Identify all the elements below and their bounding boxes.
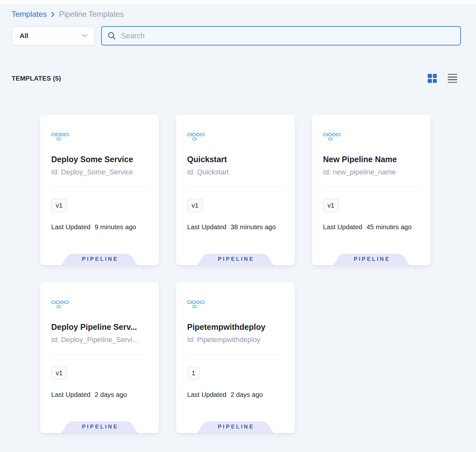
template-title: Deploy Some Service [51, 155, 148, 164]
last-updated-row: Last Updated 38 minutes ago [187, 223, 284, 231]
view-toggle [428, 74, 457, 83]
last-updated-row: Last Updated 45 minutes ago [323, 223, 420, 231]
card-divider [187, 354, 284, 355]
template-card[interactable]: Deploy Pipeline Serv... Id: Deploy_Pipel… [40, 282, 159, 433]
pipeline-type-badge: PIPELINE [176, 251, 295, 265]
card-divider [51, 354, 148, 355]
card-divider [323, 187, 420, 187]
template-card[interactable]: Quickstart Id: Quickstart v1 Last Update… [176, 115, 295, 265]
version-badge: v1 [51, 199, 67, 212]
version-badge: v1 [187, 199, 203, 212]
pipeline-badge-label: PIPELINE [312, 256, 431, 262]
pipeline-type-badge: PIPELINE [176, 418, 295, 433]
last-updated-label: Last Updated [51, 223, 90, 231]
card-divider [51, 187, 148, 187]
search-input[interactable] [121, 32, 454, 40]
last-updated-value: 2 days ago [231, 391, 263, 398]
pipeline-type-badge: PIPELINE [40, 418, 159, 433]
last-updated-value: 38 minutes ago [231, 223, 276, 231]
version-badge: 1 [187, 367, 200, 380]
templates-grid: Deploy Some Service Id: Deploy_Some_Serv… [0, 115, 476, 452]
pipeline-nodes-icon [323, 132, 431, 141]
last-updated-row: Last Updated 2 days ago [187, 391, 284, 398]
top-strip [0, 0, 476, 4]
version-badge: v1 [323, 199, 339, 212]
templates-count-heading: TEMPLATES (5) [12, 75, 61, 82]
last-updated-label: Last Updated [187, 391, 226, 398]
pipeline-type-badge: PIPELINE [40, 251, 159, 265]
pipeline-type-badge: PIPELINE [312, 251, 431, 265]
breadcrumb: Templates Pipeline Templates [12, 9, 461, 19]
template-id: Id: Pipetempwithdeploy [187, 336, 284, 344]
chevron-right-icon [51, 11, 55, 18]
breadcrumb-templates-link[interactable]: Templates [12, 10, 47, 19]
pipeline-nodes-icon [187, 299, 295, 308]
template-id: Id: new_pipeline_name [323, 168, 420, 176]
pipeline-nodes-icon [187, 132, 295, 141]
version-badge: v1 [51, 367, 67, 380]
last-updated-value: 9 minutes ago [95, 223, 136, 231]
card-divider [187, 187, 284, 187]
last-updated-value: 45 minutes ago [367, 223, 412, 231]
pipeline-badge-label: PIPELINE [176, 424, 295, 430]
last-updated-value: 2 days ago [95, 391, 127, 398]
last-updated-label: Last Updated [323, 223, 362, 231]
chevron-down-icon [82, 33, 87, 39]
grid-view-icon[interactable] [428, 74, 437, 83]
template-id: Id: Deploy_Some_Service [51, 168, 148, 176]
filter-dropdown-value: All [20, 32, 28, 40]
template-id: Id: Quickstart [187, 168, 284, 176]
toolbar: All [12, 26, 461, 45]
last-updated-row: Last Updated 9 minutes ago [51, 223, 148, 231]
pipeline-nodes-icon [51, 132, 159, 141]
template-card[interactable]: New Pipeline Name Id: new_pipeline_name … [312, 115, 431, 265]
template-card[interactable]: Deploy Some Service Id: Deploy_Some_Serv… [40, 115, 159, 265]
last-updated-row: Last Updated 2 days ago [51, 391, 148, 398]
pipeline-badge-label: PIPELINE [40, 424, 159, 430]
trapezoid-shape [62, 421, 138, 433]
breadcrumb-current-page: Pipeline Templates [59, 10, 124, 19]
trapezoid-shape [333, 254, 409, 265]
results-header: TEMPLATES (5) [12, 73, 457, 84]
pipeline-badge-label: PIPELINE [40, 256, 159, 262]
pipeline-nodes-icon [51, 299, 159, 308]
trapezoid-shape [197, 421, 273, 433]
template-title: Deploy Pipeline Serv... [51, 322, 148, 332]
search-box [101, 26, 461, 45]
list-view-icon[interactable] [448, 74, 457, 83]
trapezoid-shape [62, 254, 138, 265]
last-updated-label: Last Updated [51, 391, 90, 398]
template-title: Quickstart [187, 155, 284, 164]
last-updated-label: Last Updated [187, 223, 226, 231]
template-title: New Pipeline Name [323, 155, 420, 164]
template-title: Pipetempwithdeploy [187, 322, 284, 332]
template-id: Id: Deploy_Pipeline_Servi... [51, 336, 148, 344]
search-icon [108, 32, 116, 40]
trapezoid-shape [197, 254, 273, 265]
filter-dropdown[interactable]: All [12, 26, 95, 45]
pipeline-badge-label: PIPELINE [176, 256, 295, 262]
template-card[interactable]: Pipetempwithdeploy Id: Pipetempwithdeplo… [176, 282, 295, 433]
